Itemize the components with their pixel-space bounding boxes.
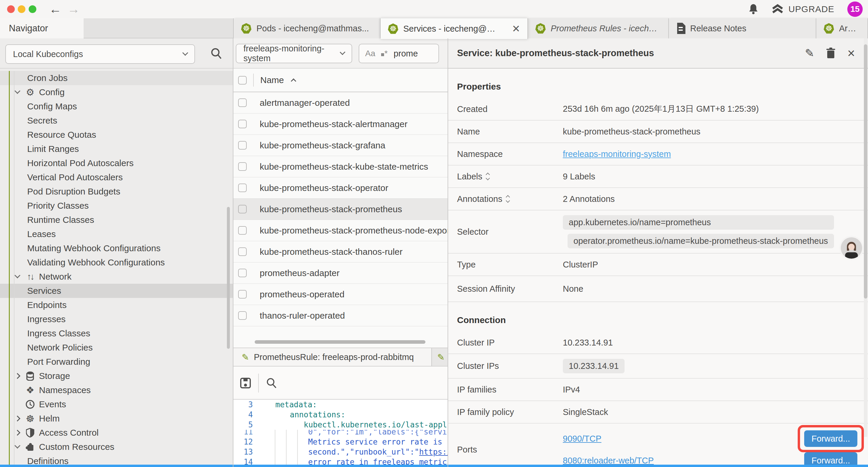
avatar[interactable]	[839, 236, 864, 260]
row-checkbox[interactable]	[238, 269, 247, 277]
sidebar-item-cron-jobs[interactable]: Cron Jobs	[0, 71, 233, 85]
trash-icon[interactable]	[826, 48, 836, 59]
detail-scrollbar[interactable]	[864, 44, 867, 298]
row-checkbox[interactable]	[238, 247, 247, 256]
name-column-header[interactable]: Name	[260, 75, 284, 85]
match-case-toggle[interactable]: Aa	[365, 49, 375, 58]
sidebar-item-config[interactable]: ⚙Config	[0, 85, 233, 99]
table-row[interactable]: kube-prometheus-stack-operator	[234, 177, 447, 199]
table-row[interactable]: kube-prometheus-stack-prometheus-node-ex…	[234, 220, 447, 241]
search-icon[interactable]	[210, 47, 222, 60]
sidebar-item-ingress-classes[interactable]: Ingress Classes	[0, 326, 233, 341]
sidebar-item-network-policies[interactable]: Network Policies	[0, 341, 233, 355]
sidebar-item-services[interactable]: Services	[0, 284, 233, 298]
filter-search-input[interactable]: Aa * prome	[359, 44, 439, 63]
zoom-window-button[interactable]	[29, 5, 36, 13]
editor-link[interactable]: https://net	[419, 447, 447, 457]
chevron-down-icon[interactable]	[13, 445, 21, 449]
row-checkbox[interactable]	[238, 141, 247, 150]
sidebar-item-priority-classes[interactable]: Priority Classes	[0, 199, 233, 213]
bell-icon[interactable]	[748, 4, 758, 15]
sidebar-item-ingresses[interactable]: Ingresses	[0, 312, 233, 326]
chevron-down-icon[interactable]	[13, 274, 21, 279]
tab-argo[interactable]: ☸Argo Se	[816, 18, 868, 38]
chevron-right-icon[interactable]	[13, 374, 21, 378]
sort-icon[interactable]	[486, 173, 489, 180]
horizontal-scrollbar[interactable]	[255, 340, 426, 344]
sidebar-item-custom-resources[interactable]: Custom Resources	[0, 440, 233, 454]
sidebar-item-config-maps[interactable]: Config Maps	[0, 99, 233, 114]
row-checkbox[interactable]	[238, 290, 247, 298]
close-window-button[interactable]	[7, 5, 15, 13]
chevron-right-icon[interactable]	[13, 416, 21, 420]
panel-divider[interactable]	[447, 38, 448, 467]
port-link[interactable]: 8080:reloader-web/TCP	[563, 456, 654, 466]
table-row[interactable]: kube-prometheus-stack-grafana	[234, 135, 447, 156]
chevron-down-icon[interactable]	[13, 90, 21, 94]
row-checkbox[interactable]	[238, 98, 247, 107]
sidebar-item-validating-webhook-configurations[interactable]: Validating Webhook Configurations	[0, 255, 233, 269]
minimize-window-button[interactable]	[18, 5, 25, 13]
sidebar-item-access-control[interactable]: Access Control	[0, 426, 233, 440]
table-row[interactable]: prometheus-adapter	[234, 262, 447, 284]
table-row[interactable]: kube-prometheus-stack-alertmanager	[234, 114, 447, 135]
forward-arrow-icon[interactable]: →	[67, 2, 80, 16]
sidebar-item-mutating-webhook-configurations[interactable]: Mutating Webhook Configurations	[0, 241, 233, 255]
sidebar-item-vertical-pod-autoscalers[interactable]: Vertical Pod Autoscalers	[0, 170, 233, 184]
tab-navigator[interactable]: Navigator	[0, 18, 84, 38]
sidebar-item-storage[interactable]: Storage	[0, 369, 233, 383]
row-checkbox[interactable]	[238, 183, 247, 192]
chevron-right-icon[interactable]	[13, 431, 21, 435]
close-icon[interactable]: ×	[847, 47, 855, 59]
row-checkbox[interactable]	[238, 120, 247, 128]
sidebar-item-port-forwarding[interactable]: Port Forwarding	[0, 355, 233, 369]
row-checkbox[interactable]	[238, 205, 247, 213]
sidebar-item-namespaces[interactable]: ❖Namespaces	[0, 383, 233, 397]
row-checkbox[interactable]	[238, 226, 247, 235]
kubeconfig-selector[interactable]: Local Kubeconfigs	[5, 44, 195, 64]
regex-toggle[interactable]: *	[381, 49, 388, 58]
namespace-selector[interactable]: freeleaps-monitoring-system	[236, 44, 352, 63]
sidebar-item-pod-disruption-budgets[interactable]: Pod Disruption Budgets	[0, 184, 233, 199]
editor-search-icon[interactable]	[266, 377, 277, 389]
save-icon[interactable]	[240, 377, 251, 389]
row-checkbox[interactable]	[238, 311, 247, 320]
sidebar-item-horizontal-pod-autoscalers[interactable]: Horizontal Pod Autoscalers	[0, 156, 233, 170]
table-row[interactable]: alertmanager-operated	[234, 92, 447, 114]
table-row[interactable]: kube-prometheus-stack-kube-state-metrics	[234, 156, 447, 177]
tab-release[interactable]: Release Notes	[669, 18, 816, 38]
edit-pencil-icon[interactable]: ✎	[805, 47, 814, 60]
forward-button[interactable]: Forward...	[804, 430, 857, 447]
yaml-editor[interactable]: 3metadata:4annotations:5kubectl.kubernet…	[234, 399, 447, 467]
tab-pods[interactable]: ☸Pods - icecheng@mathmas...	[234, 18, 380, 38]
tab-prometheus[interactable]: ☸Prometheus Rules - icecheng...	[528, 18, 669, 38]
editor-tab-partial[interactable]: ✎	[432, 348, 447, 366]
sidebar-item-leases[interactable]: Leases	[0, 227, 233, 241]
sidebar-item-helm[interactable]: ☸Helm	[0, 411, 233, 426]
sort-icon[interactable]	[506, 196, 509, 202]
sidebar-scrollbar[interactable]	[227, 207, 230, 349]
back-arrow-icon[interactable]: ←	[49, 2, 61, 16]
upgrade-button[interactable]: UPGRADE	[771, 4, 834, 14]
sidebar-item-limit-ranges[interactable]: Limit Ranges	[0, 142, 233, 156]
sidebar-item-secrets[interactable]: Secrets	[0, 114, 233, 128]
table-row[interactable]: thanos-ruler-operated	[234, 305, 447, 326]
sidebar-item-endpoints[interactable]: Endpoints	[0, 298, 233, 312]
panel-divider[interactable]	[233, 38, 234, 467]
table-row[interactable]: kube-prometheus-stack-thanos-ruler	[234, 241, 447, 262]
sort-ascending-icon[interactable]	[291, 78, 296, 84]
sidebar-item-resource-quotas[interactable]: Resource Quotas	[0, 128, 233, 142]
sidebar-item-runtime-classes[interactable]: Runtime Classes	[0, 213, 233, 227]
table-row[interactable]: prometheus-operated	[234, 284, 447, 305]
row-checkbox[interactable]	[238, 162, 247, 171]
table-row[interactable]: kube-prometheus-stack-prometheus	[234, 199, 447, 220]
notification-badge[interactable]: 15	[847, 1, 863, 17]
close-icon[interactable]: ✕	[512, 23, 521, 35]
detail-value-link[interactable]: freeleaps-monitoring-system	[563, 149, 671, 159]
select-all-checkbox[interactable]	[238, 76, 247, 85]
editor-tab-prometheusrule[interactable]: ✎ PrometheusRule: freeleaps-prod-rabbitm…	[234, 348, 432, 366]
sidebar-item-events[interactable]: Events	[0, 397, 233, 411]
port-link[interactable]: 9090/TCP	[563, 434, 601, 444]
tab-services[interactable]: ☸Services - icecheng@math...✕	[380, 18, 528, 39]
sidebar-item-network[interactable]: ↑↓Network	[0, 269, 233, 284]
